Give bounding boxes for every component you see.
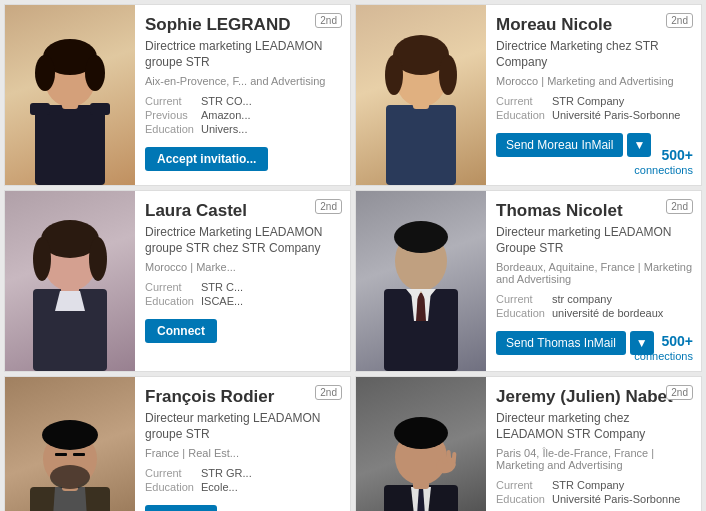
- education-label-l: Education: [145, 295, 197, 307]
- francois-location: France | Real Est...: [145, 447, 342, 459]
- card-francois: 2nd François Rodier Directeur marketing …: [4, 376, 351, 511]
- card-jeremy-info: 2nd Jeremy (Julien) Nabet Directeur mark…: [486, 377, 701, 511]
- current-label-m: Current: [496, 95, 548, 107]
- svg-point-41: [394, 417, 448, 449]
- sophie-details: Current STR CO... Previous Amazon... Edu…: [145, 95, 342, 137]
- card-thomas: 2nd Thomas Nicolet Directeur marketing L…: [355, 190, 702, 372]
- svg-rect-35: [73, 453, 85, 456]
- svg-marker-20: [55, 291, 85, 311]
- jeremy-name: Jeremy (Julien) Nabet: [496, 387, 693, 407]
- thomas-silhouette: [356, 191, 486, 371]
- education-label-j: Education: [496, 493, 548, 505]
- card-laura: 2nd Laura Castel Directrice Marketing LE…: [4, 190, 351, 372]
- moreau-details: Current STR Company Education Université…: [496, 95, 693, 123]
- education-label-m: Education: [496, 109, 548, 121]
- svg-point-12: [385, 55, 403, 95]
- svg-point-4: [35, 55, 55, 91]
- moreau-title: Directrice Marketing chez STR Company: [496, 39, 693, 70]
- badge-2nd-jeremy: 2nd: [666, 385, 693, 400]
- laura-current: STR C...: [201, 281, 243, 293]
- badge-2nd-laura: 2nd: [315, 199, 342, 214]
- current-label-j: Current: [496, 479, 548, 491]
- francois-name: François Rodier: [145, 387, 342, 407]
- jeremy-details: Current STR Company Education Université…: [496, 479, 693, 507]
- sophie-name: Sophie LEGRAND: [145, 15, 342, 35]
- svg-point-33: [50, 465, 90, 489]
- current-label: Current: [145, 95, 197, 107]
- svg-point-19: [89, 237, 107, 281]
- francois-current: STR GR...: [201, 467, 252, 479]
- photo-moreau: [356, 5, 486, 185]
- laura-actions: Connect: [145, 319, 342, 343]
- badge-2nd-thomas: 2nd: [666, 199, 693, 214]
- svg-point-18: [33, 237, 51, 281]
- svg-rect-34: [55, 453, 67, 456]
- card-moreau-info: 2nd Moreau Nicole Directrice Marketing c…: [486, 5, 701, 185]
- moreau-silhouette: [356, 5, 486, 185]
- moreau-name: Moreau Nicole: [496, 15, 693, 35]
- education-label-t: Education: [496, 307, 548, 319]
- svg-point-26: [394, 221, 448, 253]
- jeremy-education: Université Paris-Sorbonne: [552, 493, 680, 505]
- moreau-connections: 500+ connections: [634, 147, 693, 177]
- francois-actions: Connect: [145, 505, 342, 511]
- card-laura-info: 2nd Laura Castel Directrice Marketing LE…: [135, 191, 350, 371]
- current-label-l: Current: [145, 281, 197, 293]
- sophie-actions: Accept invitatio...: [145, 147, 342, 171]
- jeremy-current: STR Company: [552, 479, 624, 491]
- inmail-button-thomas[interactable]: Send Thomas InMail: [496, 331, 626, 355]
- thomas-education: université de bordeaux: [552, 307, 663, 319]
- card-sophie: 2nd Sophie LEGRAND Directrice marketing …: [4, 4, 351, 186]
- francois-details: Current STR GR... Education Ecole...: [145, 467, 342, 495]
- svg-point-13: [439, 55, 457, 95]
- moreau-current: STR Company: [552, 95, 624, 107]
- photo-sophie: [5, 5, 135, 185]
- previous-label: Previous: [145, 109, 197, 121]
- laura-title: Directrice Marketing LEADAMON groupe STR…: [145, 225, 342, 256]
- svg-rect-6: [30, 103, 50, 115]
- jeremy-title: Directeur marketing chez LEADAMON STR Co…: [496, 411, 693, 442]
- row-1: 2nd Sophie LEGRAND Directrice marketing …: [4, 4, 702, 186]
- photo-thomas: [356, 191, 486, 371]
- sophie-silhouette: [5, 5, 135, 185]
- education-label: Education: [145, 123, 197, 135]
- connect-button-francois[interactable]: Connect: [145, 505, 217, 511]
- svg-rect-7: [90, 103, 110, 115]
- jeremy-location: Paris 04, Île-de-France, France | Market…: [496, 447, 693, 471]
- francois-education: Ecole...: [201, 481, 238, 493]
- sophie-location: Aix-en-Provence, F... and Advertising: [145, 75, 342, 87]
- thomas-current: str company: [552, 293, 612, 305]
- francois-silhouette: [5, 387, 135, 511]
- moreau-education: Université Paris-Sorbonne: [552, 109, 680, 121]
- laura-location: Morocco | Marke...: [145, 261, 342, 273]
- sophie-current: STR CO...: [201, 95, 252, 107]
- laura-name: Laura Castel: [145, 201, 342, 221]
- laura-silhouette: [5, 191, 135, 371]
- svg-point-32: [42, 420, 98, 450]
- sophie-previous: Amazon...: [201, 109, 251, 121]
- badge-2nd-sophie: 2nd: [315, 13, 342, 28]
- education-label-f: Education: [145, 481, 197, 493]
- thomas-title: Directeur marketing LEADAMON Groupe STR: [496, 225, 693, 256]
- accept-button-sophie[interactable]: Accept invitatio...: [145, 147, 268, 171]
- svg-rect-45: [452, 452, 457, 463]
- thomas-name: Thomas Nicolet: [496, 201, 693, 221]
- badge-2nd-moreau: 2nd: [666, 13, 693, 28]
- card-thomas-info: 2nd Thomas Nicolet Directeur marketing L…: [486, 191, 701, 371]
- photo-laura: [5, 191, 135, 371]
- svg-rect-0: [35, 105, 105, 185]
- inmail-button-moreau[interactable]: Send Moreau InMail: [496, 133, 623, 157]
- current-label-t: Current: [496, 293, 548, 305]
- laura-education: ISCAE...: [201, 295, 243, 307]
- card-moreau: 2nd Moreau Nicole Directrice Marketing c…: [355, 4, 702, 186]
- photo-jeremy: [356, 377, 486, 511]
- row-2: 2nd Laura Castel Directrice Marketing LE…: [4, 190, 702, 372]
- svg-rect-8: [386, 105, 456, 185]
- francois-title: Directeur marketing LEADAMON groupe STR: [145, 411, 342, 442]
- svg-point-5: [85, 55, 105, 91]
- badge-2nd-francois: 2nd: [315, 385, 342, 400]
- sophie-title: Directrice marketing LEADAMON groupe STR: [145, 39, 342, 70]
- photo-francois: [5, 377, 135, 511]
- row-3: 2nd François Rodier Directeur marketing …: [4, 376, 702, 511]
- connect-button-laura[interactable]: Connect: [145, 319, 217, 343]
